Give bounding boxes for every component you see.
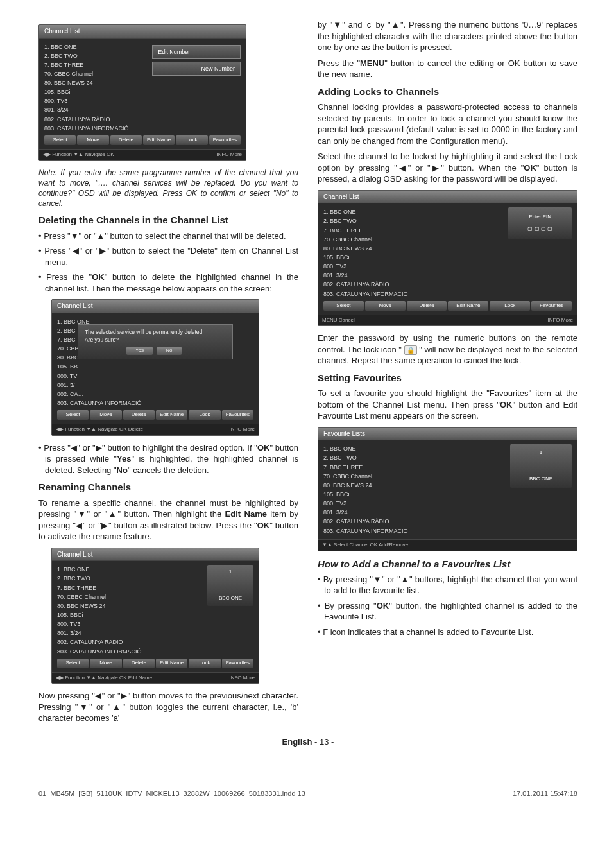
channel-row: 80. BBC NEWS 24: [44, 78, 241, 87]
dialog-text: The selected service will be permanently…: [85, 329, 226, 343]
meta-right: 17.01.2011 15:47:18: [513, 789, 578, 799]
channel-row: 803. CATALUNYA INFORMACIÓ: [57, 399, 253, 408]
meta-left: 01_MB45M_[GB]_5110UK_IDTV_NICKEL13_32882…: [38, 789, 305, 799]
heading-deleting: Deleting the Channels in the Channel Lis…: [38, 214, 298, 227]
channel-list-edit-name: Channel List 1BBC ONE 1. BBC ONE 2. BBC …: [51, 548, 259, 684]
bullet: Press the "OK" button to delete the high…: [38, 272, 298, 294]
bullet: By pressing "OK" button, the highlighted…: [318, 600, 578, 623]
paragraph: by "▼" and 'c' by "▲". Pressing the nume…: [318, 19, 578, 53]
popup-edit-number: Edit Number: [152, 45, 241, 59]
paragraph: Select the channel to be locked by highl…: [318, 151, 578, 185]
action: Select: [44, 135, 76, 145]
bullet: F icon indicates that a channel is added…: [318, 627, 578, 638]
print-meta: 01_MB45M_[GB]_5110UK_IDTV_NICKEL13_32882…: [38, 786, 578, 799]
no-button: No: [157, 347, 181, 355]
channel-row: 800. TV3: [44, 96, 241, 105]
channel-row: 802. CA…: [57, 390, 253, 399]
channel-row: 800. TV: [57, 372, 253, 381]
heading-locks: Adding Locks to Channels: [318, 85, 578, 98]
heading-renaming: Renaming Channels: [38, 481, 298, 494]
channel-row: 105. BBCi: [44, 87, 241, 96]
action: Favourites: [209, 135, 241, 145]
channel-list-edit-number: Channel List Edit Number New Number 1. B…: [38, 24, 246, 161]
osd-title: Channel List: [52, 300, 259, 313]
footer-right: INFO More: [216, 151, 242, 159]
channel-row: 802. CATALUNYA RÀDIO: [44, 115, 241, 124]
paragraph: To set a favourite you should highlight …: [318, 388, 578, 422]
lock-icon: 🔒: [404, 345, 417, 356]
footer-right: INFO More: [229, 426, 255, 433]
osd-title: Channel List: [52, 548, 259, 562]
paragraph: To rename a specific channel, the channe…: [38, 498, 298, 542]
heading-add-favourite: How to Add a Channel to a Favourites Lis…: [318, 558, 578, 571]
bullet: Press "▼" or "▲" button to select the ch…: [38, 230, 298, 242]
osd-title: Channel List: [39, 25, 246, 39]
channel-row: 105. BB: [57, 362, 253, 371]
paragraph: Press the "MENU" button to cancel the ed…: [318, 58, 578, 80]
channel-row: 803. CATALUNYA INFORMACIÓ: [44, 124, 241, 133]
action: Delete: [110, 135, 142, 145]
yes-button: Yes: [126, 347, 153, 355]
preview-box: 1BBC ONE: [510, 444, 572, 488]
preview-box: 1BBC ONE: [207, 565, 253, 606]
favourite-lists: Favourite Lists 1BBC ONE 1. BBC ONE 2. B…: [318, 427, 578, 551]
channel-list-delete-confirm: Channel List 1. BBC ONE 2. BBC TWO 7. BB…: [51, 299, 259, 436]
bullet: Press "◀" or "▶" button to select the "D…: [38, 245, 298, 268]
page-footer: English - 13 -: [38, 736, 578, 748]
osd-actions: Select Move Delete Edit Name Lock Favour…: [44, 135, 241, 145]
footer-left: ◀▶ Function ▼▲ Navigate OK Delete: [56, 426, 143, 433]
bullet: Press "◀" or "▶" button to highlight the…: [38, 442, 298, 476]
channel-row: 801. 3/: [57, 381, 253, 390]
note-text: Note: If you enter the same programme nu…: [38, 168, 298, 209]
heading-favourites: Setting Favourites: [318, 372, 578, 385]
footer-left: ◀▶ Function ▼▲ Navigate OK: [43, 151, 114, 159]
action: Lock: [176, 135, 207, 145]
bullet: By pressing "▼" or "▲" buttons, highligh…: [318, 574, 578, 596]
confirm-dialog: The selected service will be permanently…: [78, 324, 233, 359]
action: Edit Name: [143, 135, 175, 145]
popup-new-number: New Number: [152, 62, 241, 76]
action: Move: [77, 135, 108, 145]
paragraph: Enter the password by using the numeric …: [318, 333, 578, 367]
paragraph: Now pressing "◀" or "▶" button moves to …: [38, 690, 298, 724]
channel-row: 801. 3/24: [44, 105, 241, 114]
osd-actions: SelectMoveDeleteEdit NameLockFavourites: [57, 410, 253, 420]
paragraph: Channel locking provides a password-prot…: [318, 101, 578, 146]
enter-pin-box: Enter PIN▢ ▢ ▢ ▢: [508, 207, 572, 239]
channel-list-enter-pin: Channel List Enter PIN▢ ▢ ▢ ▢ 1. BBC ONE…: [318, 190, 578, 327]
